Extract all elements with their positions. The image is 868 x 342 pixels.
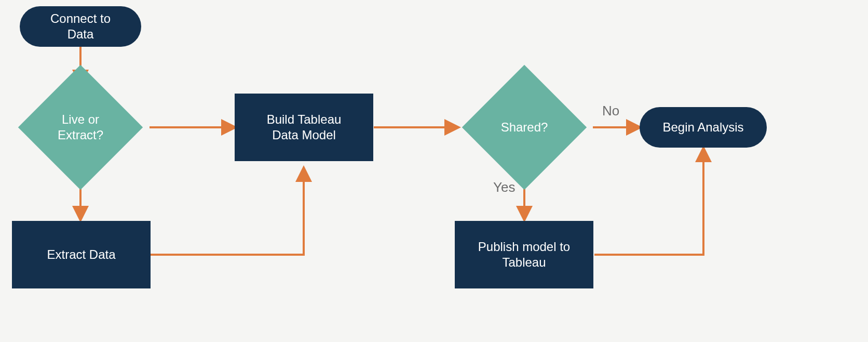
node-begin-analysis: Begin Analysis xyxy=(640,107,767,148)
edge-publish-to-begin xyxy=(594,150,703,255)
decision-shared-label: Shared? xyxy=(501,120,548,135)
node-decision-live-or-extract: Live or Extract? xyxy=(18,83,143,172)
edge-label-yes: Yes xyxy=(493,179,515,195)
decision-live-extract-label: Live or Extract? xyxy=(58,112,103,143)
edge-label-no: No xyxy=(602,103,619,119)
flowchart-canvas: Connect to Data Live or Extract? Extract… xyxy=(0,0,868,342)
node-connect-to-data: Connect to Data xyxy=(20,6,141,47)
node-extract-data: Extract Data xyxy=(12,221,151,288)
node-decision-shared: Shared? xyxy=(456,83,593,172)
node-build-tableau-data-model: Build Tableau Data Model xyxy=(235,94,373,161)
edge-extract-to-build xyxy=(151,169,304,255)
node-publish-model: Publish model to Tableau xyxy=(455,221,593,288)
